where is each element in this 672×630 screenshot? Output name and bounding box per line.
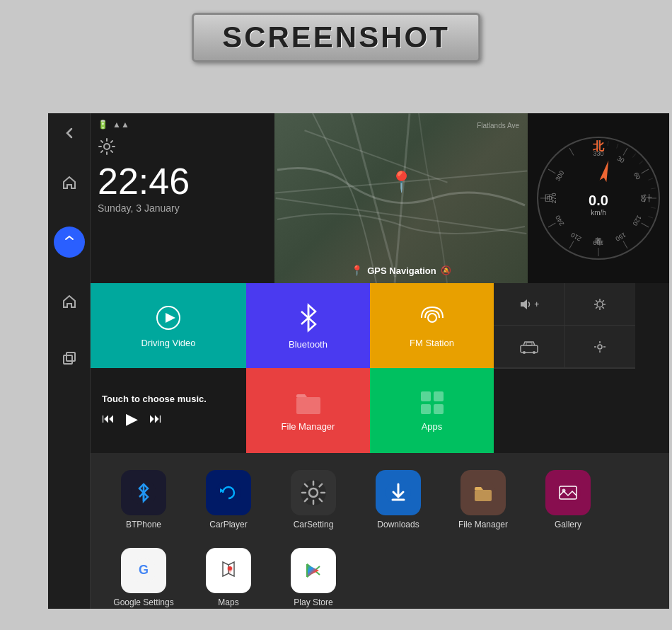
compass-svg: 330 30 60 90 120 150 180 210 240 270 300 [535,134,662,262]
fm-station-tile[interactable]: FM Station [370,283,494,368]
apps-tile[interactable]: Apps [370,368,494,453]
sidebar [48,113,91,609]
app-filemanager[interactable]: File Manager [444,464,522,535]
app-tiles-row-1: Driving Video Bluetooth FM Station [91,283,669,368]
bluetooth-tile-icon [296,302,321,333]
driving-mode-button[interactable] [494,326,565,367]
carsetting-icon [291,470,336,515]
svg-point-71 [216,480,241,505]
apps-grid: BTPhone CarPlayer [105,464,655,609]
playstore-icon [291,548,336,593]
music-player-tile: Touch to choose music. ⏮ ▶ ⏭ [91,368,246,453]
svg-point-46 [597,302,603,307]
sidebar-home-button[interactable] [57,170,82,195]
file-manager-tile[interactable]: File Manager [246,368,370,453]
carplayer-icon [206,470,251,515]
controls-row-2 [494,326,635,368]
driving-video-label: Driving Video [141,338,195,348]
gps-icon: 📍 [351,265,363,276]
filemanager-label: File Manager [458,520,508,529]
music-controls: ⏮ ▶ ⏭ [102,410,162,428]
svg-point-59 [598,345,602,349]
music-play-button[interactable]: ▶ [126,410,138,428]
svg-rect-67 [421,404,431,414]
app-carplayer[interactable]: CarPlayer [190,464,267,535]
svg-point-45 [428,314,436,322]
music-prev-button[interactable]: ⏮ [102,411,115,426]
svg-rect-64 [296,397,320,414]
svg-text:粤: 粤 [594,236,603,246]
svg-rect-1 [66,353,75,361]
app-tiles-row-2: Touch to choose music. ⏮ ▶ ⏭ File Manage… [91,368,669,453]
map-place-label: Flatlands Ave [477,122,519,130]
brightness-down-button[interactable] [565,326,636,367]
svg-rect-55 [521,345,538,353]
settings-gear-icon[interactable] [98,137,116,156]
app-carsetting[interactable]: CarSetting [274,464,352,535]
svg-point-56 [523,351,526,354]
svg-rect-68 [434,404,444,414]
gps-navigation-label: 📍 GPS Navigation 🔕 [351,265,451,276]
sidebar-apps-active-button[interactable] [54,227,85,258]
svg-line-53 [603,300,604,302]
clock-time: 22:46 [98,163,267,200]
brightness-up-button[interactable] [565,283,636,325]
app-gallery[interactable]: Gallery [529,464,607,535]
compass-container: 330 30 60 90 120 150 180 210 240 270 300 [535,134,662,262]
svg-text:G: G [139,563,149,577]
driving-video-icon [154,304,183,332]
btphone-label: BTPhone [126,520,161,529]
app-googlesettings[interactable]: G Google Settings [105,542,183,609]
settings-gear-row [98,137,267,156]
carplayer-label: CarPlayer [209,520,247,529]
svg-point-57 [533,351,535,354]
sidebar-copy-button[interactable] [57,345,82,371]
svg-line-52 [603,307,604,308]
top-panel: 🔋 ▲▲ 22:46 Sunday, 3 January [91,113,669,283]
empty-right-bottom [494,368,635,453]
svg-text:km/h: km/h [591,209,606,217]
svg-text:北: 北 [592,140,605,152]
sidebar-back-button[interactable] [57,120,82,146]
main-content: 🔋 ▲▲ 22:46 Sunday, 3 January [91,113,669,609]
signal-icon: ▲▲ [112,120,129,130]
app-downloads[interactable]: Downloads [359,464,437,535]
svg-rect-78 [475,490,492,501]
screenshot-title: SCREENSHOT [192,13,480,62]
sidebar-home2-button[interactable] [57,289,82,314]
bluetooth-tile[interactable]: Bluetooth [246,283,370,368]
maps-label: Maps [218,597,238,607]
file-manager-tile-label: File Manager [282,421,335,432]
volume-up-button[interactable]: + [494,283,565,325]
downloads-icon [376,470,421,515]
playstore-label: Play Store [294,597,332,607]
carsetting-label: CarSetting [294,520,334,529]
gallery-icon [545,470,591,515]
app-playstore[interactable]: Play Store [274,542,352,609]
gps-signal-icon: 🔕 [441,265,451,275]
svg-line-51 [596,300,597,302]
map-widget[interactable]: 📍 Flatlands Ave 📍 GPS Navigation 🔕 [274,113,528,283]
svg-text:汁: 汁 [644,193,652,203]
fm-station-label: FM Station [410,338,454,348]
svg-line-54 [596,307,597,308]
googlesettings-label: Google Settings [113,597,173,607]
svg-text:0.0: 0.0 [589,193,608,208]
status-bar: 🔋 ▲▲ [98,118,267,132]
svg-marker-43 [166,313,175,323]
driving-video-tile[interactable]: Driving Video [91,283,246,368]
map-roads-svg [274,113,528,283]
gallery-label: Gallery [555,520,581,529]
maps-icon [206,548,251,593]
music-prompt-text: Touch to choose music. [102,394,207,404]
svg-point-2 [104,144,110,149]
map-pin-icon: 📍 [389,170,414,193]
filemanager-icon [460,470,506,515]
btphone-icon [121,470,166,515]
battery-icon: 🔋 [98,120,108,130]
svg-text:匝: 匝 [545,193,553,203]
app-btphone[interactable]: BTPhone [105,464,183,535]
bluetooth-label: Bluetooth [289,339,328,350]
app-maps[interactable]: Maps [190,542,267,609]
music-next-button[interactable]: ⏭ [149,411,162,426]
